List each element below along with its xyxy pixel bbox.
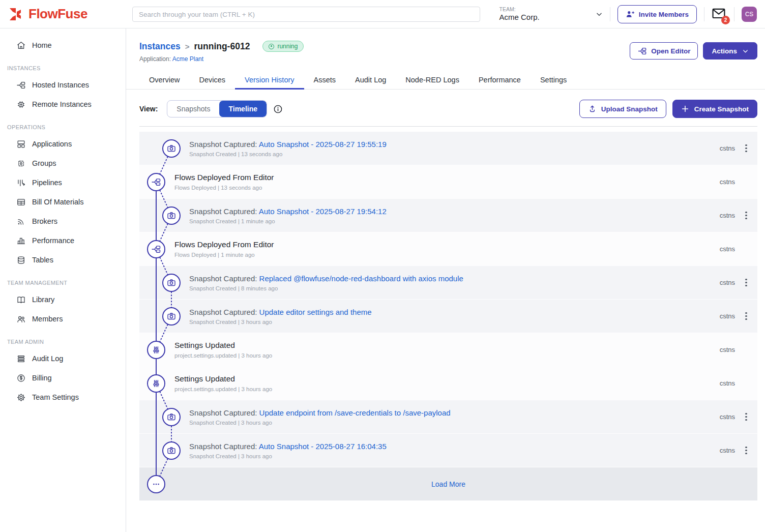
upload-icon xyxy=(588,105,597,113)
tab-assets[interactable]: Assets xyxy=(304,71,346,89)
kebab-menu-icon[interactable] xyxy=(735,142,757,154)
timeline-meta: Snapshot Created | 3 hours ago xyxy=(189,453,387,459)
notifications-mail-icon[interactable]: 2 xyxy=(712,8,727,21)
create-snapshot-button[interactable]: Create Snapshot xyxy=(672,100,757,118)
tab-overview[interactable]: Overview xyxy=(139,71,189,89)
snapshot-title-prefix: Snapshot Captured: xyxy=(189,207,259,216)
avatar[interactable]: CS xyxy=(742,7,757,22)
status-badge: running xyxy=(262,41,304,52)
sidebar-item-label: Performance xyxy=(32,237,74,245)
open-editor-button[interactable]: Open Editor xyxy=(630,42,698,60)
snapshot-name-link[interactable]: Replaced @flowfuse/node-red-dashboard wi… xyxy=(259,274,463,283)
sidebar-item-label: Brokers xyxy=(32,217,57,225)
tab-node-red-logs[interactable]: Node-RED Logs xyxy=(396,71,469,89)
billing-icon xyxy=(16,373,26,383)
sidebar-section-label: TEAM MANAGEMENT xyxy=(0,270,126,290)
snapshot-name-link[interactable]: Auto Snapshot - 2025-08-27 19:54:12 xyxy=(259,207,387,216)
invite-members-button[interactable]: Invite Members xyxy=(617,5,697,23)
home-icon xyxy=(16,41,26,50)
timeline-row-snapshot: Snapshot Captured: Auto Snapshot - 2025-… xyxy=(139,199,757,232)
snapshot-name-link[interactable]: Update editor settings and theme xyxy=(259,308,372,316)
timeline-meta: Snapshot Created | 1 minute ago xyxy=(189,218,387,224)
pipelines-icon xyxy=(16,178,26,188)
tab-performance[interactable]: Performance xyxy=(469,71,531,89)
sidebar-item-pipelines[interactable]: Pipelines xyxy=(0,173,126,192)
sidebar-item-team-settings[interactable]: Team Settings xyxy=(0,388,126,407)
top-header: FlowFuse TEAM: Acme Corp. Invite Members xyxy=(0,0,765,28)
status-label: running xyxy=(277,43,298,50)
breadcrumb-instances-link[interactable]: Instances xyxy=(139,41,181,52)
sidebar-item-bill-of-materials[interactable]: Bill Of Materials xyxy=(0,192,126,212)
snapshot-name-link[interactable]: Update endpoint from /save-credentials t… xyxy=(259,408,451,417)
load-more-link[interactable]: Load More xyxy=(431,480,465,488)
sidebar-item-members[interactable]: Members xyxy=(0,309,126,329)
timeline-meta: project.settings.updated | 3 hours ago xyxy=(174,386,272,392)
timeline-row-event: Settings Updatedproject.settings.updated… xyxy=(139,367,757,400)
timeline-user: cstns xyxy=(720,312,735,320)
kebab-menu-icon[interactable] xyxy=(735,310,757,322)
sidebar-section-label: TEAM ADMIN xyxy=(0,329,126,349)
timeline-user: cstns xyxy=(720,413,735,421)
remote-instances-icon xyxy=(16,100,26,109)
sidebar-item-billing[interactable]: Billing xyxy=(0,368,126,388)
version-history-toolbar: View: SnapshotsTimeline Upload Snapshot … xyxy=(139,90,757,127)
sidebar-item-groups[interactable]: Groups xyxy=(0,154,126,173)
actions-label: Actions xyxy=(712,47,737,55)
timeline-user: cstns xyxy=(720,144,735,152)
sidebar-item-performance[interactable]: Performance xyxy=(0,231,126,250)
avatar-initials: CS xyxy=(745,11,754,18)
sidebar-item-label: Hosted Instances xyxy=(32,81,89,89)
tab-devices[interactable]: Devices xyxy=(189,71,235,89)
sidebar-item-hosted-instances[interactable]: Hosted Instances xyxy=(0,75,126,95)
sidebar-item-library[interactable]: Library xyxy=(0,290,126,309)
sidebar-item-label: Billing xyxy=(32,374,52,382)
header-divider xyxy=(704,7,704,21)
sidebar-item-tables[interactable]: Tables xyxy=(0,250,126,270)
kebab-menu-icon[interactable] xyxy=(735,445,757,456)
timeline-meta: project.settings.updated | 3 hours ago xyxy=(174,352,272,359)
tab-audit-log[interactable]: Audit Log xyxy=(345,71,396,89)
kebab-menu-icon[interactable] xyxy=(735,210,757,221)
sidebar: HomeINSTANCESHosted InstancesRemote Inst… xyxy=(0,28,126,532)
logo-text: FlowFuse xyxy=(28,6,87,22)
sidebar-item-applications[interactable]: Applications xyxy=(0,134,126,154)
timeline-row-snapshot: Snapshot Captured: Replaced @flowfuse/no… xyxy=(139,266,757,300)
timeline-row-event: Settings Updatedproject.settings.updated… xyxy=(139,333,757,367)
sidebar-section-label: OPERATIONS xyxy=(0,114,126,134)
sidebar-item-brokers[interactable]: Brokers xyxy=(0,212,126,231)
application-link[interactable]: Acme Plant xyxy=(172,55,203,63)
timeline-meta: Snapshot Created | 8 minutes ago xyxy=(189,285,463,291)
sidebar-item-label: Bill Of Materials xyxy=(32,198,84,206)
snapshot-name-link[interactable]: Auto Snapshot - 2025-08-27 19:55:19 xyxy=(259,140,387,149)
view-toggle: SnapshotsTimeline xyxy=(167,100,267,117)
search-input[interactable] xyxy=(132,7,480,22)
breadcrumb-separator: > xyxy=(185,42,190,51)
event-title: Settings Updated xyxy=(174,374,272,383)
sidebar-item-audit-log[interactable]: Audit Log xyxy=(0,349,126,368)
sidebar-item-home[interactable]: Home xyxy=(0,36,126,55)
sidebar-item-label: Applications xyxy=(32,140,72,148)
toggle-timeline[interactable]: Timeline xyxy=(219,101,267,117)
sidebar-item-remote-instances[interactable]: Remote Instances xyxy=(0,95,126,114)
chevron-down-icon xyxy=(742,48,749,54)
flowfuse-logo[interactable]: FlowFuse xyxy=(9,6,87,22)
snapshot-title-prefix: Snapshot Captured: xyxy=(189,274,259,283)
page-title: running-6012 xyxy=(194,41,250,52)
kebab-menu-icon[interactable] xyxy=(735,277,757,288)
upload-snapshot-button[interactable]: Upload Snapshot xyxy=(579,100,666,118)
application-label: Application: xyxy=(139,55,171,63)
kebab-menu-icon[interactable] xyxy=(735,411,757,423)
actions-button[interactable]: Actions xyxy=(703,42,757,60)
timeline-user: cstns xyxy=(720,346,735,353)
snapshot-name-link[interactable]: Auto Snapshot - 2025-08-27 16:04:35 xyxy=(259,442,387,451)
tab-version-history[interactable]: Version History xyxy=(235,71,304,89)
timeline-meta: Flows Deployed | 13 seconds ago xyxy=(174,185,274,191)
info-icon[interactable] xyxy=(273,104,283,114)
tab-settings[interactable]: Settings xyxy=(531,71,576,89)
sidebar-item-label: Tables xyxy=(32,256,53,264)
header-divider xyxy=(734,7,734,21)
team-selector[interactable]: TEAM: Acme Corp. xyxy=(499,6,603,22)
toggle-snapshots[interactable]: Snapshots xyxy=(167,101,219,117)
timeline-meta: Flows Deployed | 1 minute ago xyxy=(174,252,274,258)
editor-flows-icon xyxy=(637,46,647,56)
